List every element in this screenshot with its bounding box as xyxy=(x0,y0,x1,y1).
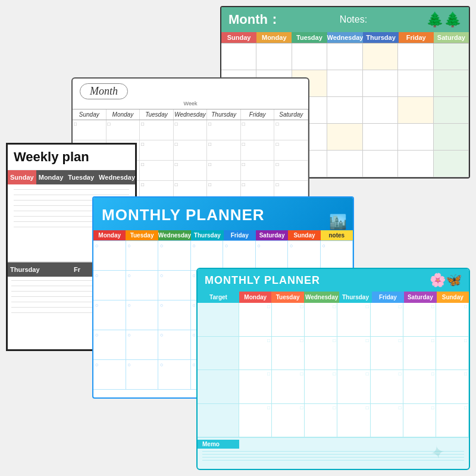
table-row xyxy=(398,124,433,151)
table-row xyxy=(363,124,398,151)
teal-friday: Friday xyxy=(399,32,434,43)
memo-label: Memo xyxy=(198,440,239,449)
white-month-label: Month xyxy=(80,83,128,99)
table-row xyxy=(221,43,256,70)
teal-month-label: Month： xyxy=(228,11,281,29)
table-row xyxy=(241,140,275,161)
teal-notes-label: Notes: xyxy=(340,14,367,25)
table-row xyxy=(239,337,272,371)
table-row xyxy=(174,120,208,140)
table-row xyxy=(434,43,469,70)
teal2-main-area xyxy=(198,303,469,437)
table-row xyxy=(107,120,140,140)
table-row xyxy=(403,370,436,404)
teal2-calendar-grid xyxy=(239,303,469,437)
table-row xyxy=(327,43,362,70)
table-row xyxy=(274,161,308,181)
blue-tuesday: Tuesday xyxy=(126,230,158,240)
teal-thursday: Thursday xyxy=(363,32,398,43)
planner-teal-header: Month： Notes: 🌲🌲 xyxy=(221,7,469,32)
table-row xyxy=(158,330,191,360)
weekly-line xyxy=(14,195,129,195)
blue-friday: Friday xyxy=(224,230,256,240)
weekly-days-row1: Sunday Monday Tuesday Wednesday xyxy=(8,170,135,184)
table-row xyxy=(305,303,337,337)
table-row xyxy=(327,151,362,177)
table-row xyxy=(126,300,159,330)
flowers-icon: 🌸🦋 xyxy=(430,273,462,288)
table-row xyxy=(436,337,469,371)
table-row xyxy=(403,337,436,371)
planner-white-header: Month Week xyxy=(73,79,308,109)
table-row xyxy=(305,370,337,404)
blue-saturday: Saturday xyxy=(256,230,288,240)
table-row xyxy=(93,241,126,271)
table-row xyxy=(174,140,208,161)
table-row xyxy=(191,241,224,271)
table-row xyxy=(140,140,174,161)
table-row xyxy=(403,404,436,438)
teal2-sunday: Sunday xyxy=(437,292,469,303)
skyline-icon: 🏙️ xyxy=(329,214,347,230)
teal2-tuesday: Tuesday xyxy=(271,292,303,303)
weekly-wednesday: Wednesday xyxy=(96,170,137,184)
blue-title: MONTHLY PLANNER xyxy=(102,206,265,224)
teal2-memo-section: Memo xyxy=(198,437,469,463)
table-row xyxy=(434,70,469,97)
table-row xyxy=(434,151,469,177)
teal2-title: MONTHLY PLANNER xyxy=(205,274,320,287)
teal2-target-column xyxy=(198,303,239,437)
table-row xyxy=(158,271,191,300)
table-row xyxy=(140,161,174,181)
table-row xyxy=(239,370,272,404)
tree-icon: 🌲🌲 xyxy=(426,11,462,28)
weekly-tuesday: Tuesday xyxy=(65,170,96,184)
blue-thursday: Thursday xyxy=(191,230,223,240)
table-row xyxy=(198,404,239,438)
table-row xyxy=(140,120,174,140)
table-row xyxy=(363,43,398,70)
table-row xyxy=(73,120,107,140)
memo-line xyxy=(202,454,464,455)
planner-teal2-header: MONTHLY PLANNER 🌸🦋 xyxy=(198,269,469,292)
teal2-wednesday: Wednesday xyxy=(304,292,339,303)
table-row xyxy=(274,120,308,140)
white-week-label: Week xyxy=(80,101,301,107)
table-row xyxy=(126,330,159,360)
table-row xyxy=(371,337,403,371)
table-row xyxy=(403,303,436,337)
white-wednesday: Wednesday xyxy=(174,109,208,120)
table-row xyxy=(327,70,362,97)
table-row xyxy=(371,404,403,438)
table-row xyxy=(223,241,256,271)
memo-line xyxy=(202,457,464,458)
table-row xyxy=(239,404,272,438)
blue-monday: Monday xyxy=(93,230,126,240)
teal-monday: Monday xyxy=(256,32,292,43)
table-row xyxy=(337,404,370,438)
table-row xyxy=(398,151,433,177)
table-row xyxy=(363,70,398,97)
memo-line xyxy=(202,451,464,452)
table-row xyxy=(434,124,469,151)
blue-days-header: Monday Tuesday Wednesday Thursday Friday… xyxy=(93,230,353,240)
weekly-monday: Monday xyxy=(36,170,66,184)
table-row xyxy=(436,303,469,337)
memo-lines xyxy=(198,449,469,463)
table-row xyxy=(93,271,126,300)
teal-wednesday: Wednesday xyxy=(327,32,364,43)
table-row xyxy=(337,370,370,404)
weekly-line xyxy=(14,189,129,190)
table-row xyxy=(292,43,327,70)
table-row xyxy=(398,70,433,97)
table-row xyxy=(198,337,239,371)
teal-days-header: Sunday Monday Tuesday Wednesday Thursday… xyxy=(221,32,469,43)
table-row xyxy=(198,370,239,404)
teal-sunday: Sunday xyxy=(221,32,256,43)
planner-teal2-monthly: MONTHLY PLANNER 🌸🦋 Target Monday Tuesday… xyxy=(196,268,470,470)
table-row xyxy=(241,120,275,140)
memo-line xyxy=(202,460,464,461)
weekly-thursday: Thursday xyxy=(8,262,71,277)
white-tuesday: Tuesday xyxy=(140,109,174,120)
table-row xyxy=(398,97,433,124)
